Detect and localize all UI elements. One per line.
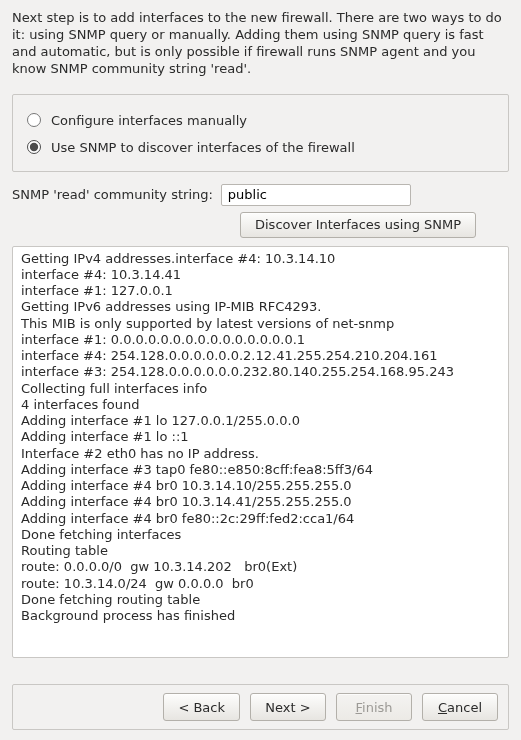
finish-button: Finish [336,693,412,721]
use-snmp-radio[interactable] [27,140,41,154]
back-button[interactable]: < Back [163,693,240,721]
intro-text: Next step is to add interfaces to the ne… [12,10,509,78]
snmp-log-output[interactable]: Getting IPv4 addresses.interface #4: 10.… [12,246,509,658]
snmp-community-label: SNMP 'read' community string: [12,187,213,202]
cancel-button[interactable]: Cancel [422,693,498,721]
wizard-button-bar: < Back Next > Finish Cancel [12,684,509,730]
use-snmp-label[interactable]: Use SNMP to discover interfaces of the f… [51,140,355,155]
interface-method-panel: Configure interfaces manually Use SNMP t… [12,94,509,172]
discover-interfaces-button[interactable]: Discover Interfaces using SNMP [240,212,476,238]
configure-manually-radio[interactable] [27,113,41,127]
next-button[interactable]: Next > [250,693,326,721]
snmp-community-input[interactable] [221,184,411,206]
configure-manually-label[interactable]: Configure interfaces manually [51,113,247,128]
